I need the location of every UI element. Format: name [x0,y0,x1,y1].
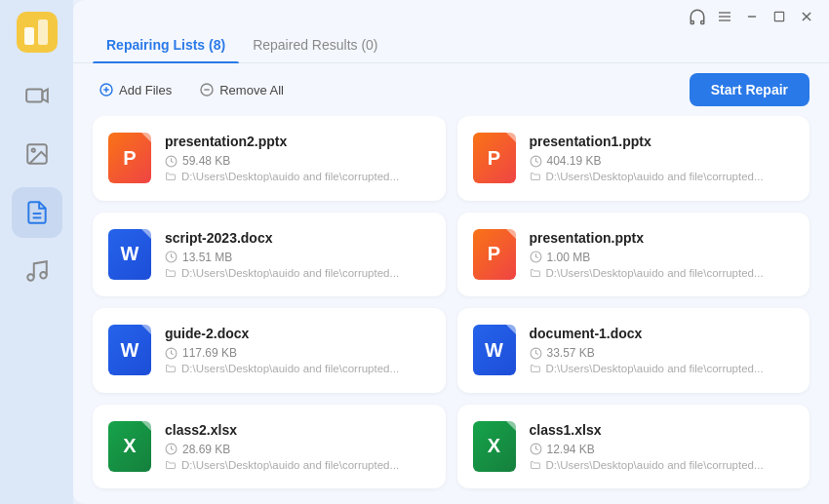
file-card[interactable]: Ppresentation2.pptx59.48 KBD:\Users\Desk… [93,116,446,201]
file-card[interactable]: Wguide-2.docx117.69 KBD:\Users\Desktop\a… [93,308,446,393]
file-info: guide-2.docx117.69 KBD:\Users\Desktop\au… [165,326,430,374]
file-path: D:\Users\Desktop\auido and file\corrupte… [530,363,795,374]
svg-rect-1 [24,27,34,45]
file-card[interactable]: Xclass2.xlsx28.69 KBD:\Users\Desktop\aui… [93,405,446,489]
size-icon [530,155,542,168]
main-content: Repairing Lists (8) Repaired Results (0)… [73,0,829,504]
sidebar-item-music[interactable] [12,246,62,296]
file-name: script-2023.docx [165,230,430,246]
file-size: 12.94 KB [530,443,795,456]
file-name: class1.xlsx [530,422,795,438]
menu-icon[interactable] [716,8,733,25]
file-name: presentation.pptx [530,230,795,246]
file-size: 404.19 KB [530,154,795,168]
file-size: 1.00 MB [530,251,795,264]
svg-rect-11 [701,21,704,24]
size-icon [530,443,542,455]
file-size: 28.69 KB [165,443,430,456]
file-type-icon: W [108,325,151,375]
file-path: D:\Users\Desktop\auido and file\corrupte… [530,459,795,471]
size-icon [165,251,178,263]
file-path: D:\Users\Desktop\auido and file\corrupte… [165,363,430,374]
svg-rect-0 [17,12,58,53]
titlebar [73,0,829,27]
svg-rect-2 [38,19,48,45]
tab-repairing-lists[interactable]: Repairing Lists (8) [93,29,239,62]
svg-rect-3 [26,90,42,102]
size-icon [530,251,542,263]
size-icon [165,155,178,168]
file-name: class2.xlsx [165,422,430,438]
file-info: document-1.docx33.57 KBD:\Users\Desktop\… [530,326,795,374]
file-info: script-2023.docx13.51 MBD:\Users\Desktop… [165,230,430,279]
file-size: 13.51 MB [165,251,430,264]
file-path: D:\Users\Desktop\auido and file\corrupte… [165,459,430,471]
folder-icon [165,363,177,374]
sidebar [0,0,73,504]
file-card[interactable]: Wdocument-1.docx33.57 KBD:\Users\Desktop… [457,308,810,393]
file-name: presentation1.pptx [530,134,795,149]
close-button[interactable] [798,8,815,25]
file-grid: Ppresentation2.pptx59.48 KBD:\Users\Desk… [73,116,829,504]
file-size: 33.57 KB [530,346,795,360]
add-files-button[interactable]: Add Files [93,78,178,101]
folder-icon [530,459,541,471]
svg-point-8 [27,274,34,281]
size-icon [530,347,542,360]
sidebar-item-photo[interactable] [12,129,62,179]
svg-point-5 [31,149,34,152]
size-icon [165,443,178,455]
remove-all-button[interactable]: Remove All [193,78,290,101]
folder-icon [530,267,541,279]
file-type-icon: P [473,229,516,280]
folder-icon [530,363,541,374]
svg-rect-10 [691,21,693,24]
headphones-icon[interactable] [689,8,706,25]
file-name: presentation2.pptx [165,134,430,149]
folder-icon [530,171,541,182]
file-type-icon: W [473,325,516,375]
file-card[interactable]: Ppresentation.pptx1.00 MBD:\Users\Deskto… [457,213,810,297]
file-type-icon: X [108,421,151,472]
file-path: D:\Users\Desktop\auido and file\corrupte… [530,171,795,182]
folder-icon [165,267,177,279]
svg-point-9 [40,272,47,279]
file-type-icon: W [108,229,151,280]
sidebar-item-document[interactable] [12,187,62,238]
file-card[interactable]: Xclass1.xlsx12.94 KBD:\Users\Desktop\aui… [457,405,810,489]
toolbar: Add Files Remove All Start Repair [73,63,829,116]
file-info: presentation1.pptx404.19 KBD:\Users\Desk… [530,134,795,182]
start-repair-button[interactable]: Start Repair [690,73,809,106]
app-logo [17,12,58,53]
folder-icon [165,459,177,471]
file-info: presentation.pptx1.00 MBD:\Users\Desktop… [530,230,795,279]
tab-repaired-results[interactable]: Repaired Results (0) [239,29,391,62]
file-size: 117.69 KB [165,346,430,360]
file-type-icon: P [473,133,516,183]
file-info: class2.xlsx28.69 KBD:\Users\Desktop\auid… [165,422,430,471]
file-card[interactable]: Ppresentation1.pptx404.19 KBD:\Users\Des… [457,116,810,201]
svg-rect-16 [774,12,783,20]
file-type-icon: X [473,421,516,472]
file-path: D:\Users\Desktop\auido and file\corrupte… [530,267,795,279]
maximize-button[interactable] [770,8,788,25]
tab-bar: Repairing Lists (8) Repaired Results (0) [73,29,829,63]
file-info: presentation2.pptx59.48 KBD:\Users\Deskt… [165,134,430,182]
folder-icon [165,171,177,182]
file-type-icon: P [108,133,151,183]
file-path: D:\Users\Desktop\auido and file\corrupte… [165,267,430,279]
minimize-button[interactable] [743,8,761,25]
add-icon [99,82,114,97]
file-name: guide-2.docx [165,326,430,341]
file-path: D:\Users\Desktop\auido and file\corrupte… [165,171,430,182]
file-name: document-1.docx [530,326,795,341]
size-icon [165,347,178,360]
file-card[interactable]: Wscript-2023.docx13.51 MBD:\Users\Deskto… [93,213,446,297]
file-size: 59.48 KB [165,154,430,168]
file-info: class1.xlsx12.94 KBD:\Users\Desktop\auid… [530,422,795,471]
remove-icon [199,82,215,97]
sidebar-item-video[interactable] [12,70,62,121]
